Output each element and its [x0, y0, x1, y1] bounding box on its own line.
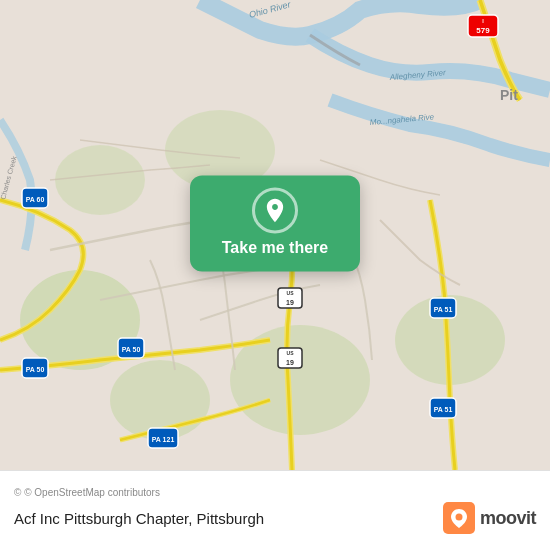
attribution-text: © OpenStreetMap contributors	[24, 487, 160, 498]
svg-text:Pit: Pit	[500, 87, 518, 103]
svg-point-5	[55, 145, 145, 215]
svg-text:PA 51: PA 51	[434, 306, 453, 313]
svg-text:US: US	[287, 350, 295, 356]
moovit-logo: moovit	[443, 502, 536, 534]
svg-text:PA 121: PA 121	[152, 436, 175, 443]
moovit-wordmark: moovit	[480, 508, 536, 529]
svg-point-40	[455, 514, 462, 521]
app: PA 60 PA 50 PA 50 US 19 US 19 PA 121 PA …	[0, 0, 550, 550]
moovit-brand-icon	[443, 502, 475, 534]
footer: © © OpenStreetMap contributors Acf Inc P…	[0, 470, 550, 550]
map-attribution: © © OpenStreetMap contributors	[14, 487, 536, 498]
svg-text:19: 19	[286, 359, 294, 366]
map-popup[interactable]: Take me there	[190, 175, 360, 271]
map-container: PA 60 PA 50 PA 50 US 19 US 19 PA 121 PA …	[0, 0, 550, 470]
popup-label: Take me there	[222, 239, 328, 257]
copyright-symbol: ©	[14, 487, 21, 498]
svg-text:PA 50: PA 50	[122, 346, 141, 353]
svg-text:PA 51: PA 51	[434, 406, 453, 413]
svg-text:PA 60: PA 60	[26, 196, 45, 203]
svg-text:PA 50: PA 50	[26, 366, 45, 373]
svg-text:579: 579	[476, 26, 490, 35]
footer-row: Acf Inc Pittsburgh Chapter, Pittsburgh m…	[14, 502, 536, 534]
location-name: Acf Inc Pittsburgh Chapter, Pittsburgh	[14, 510, 264, 527]
svg-text:19: 19	[286, 299, 294, 306]
location-pin-icon	[252, 187, 298, 233]
svg-text:US: US	[287, 290, 295, 296]
